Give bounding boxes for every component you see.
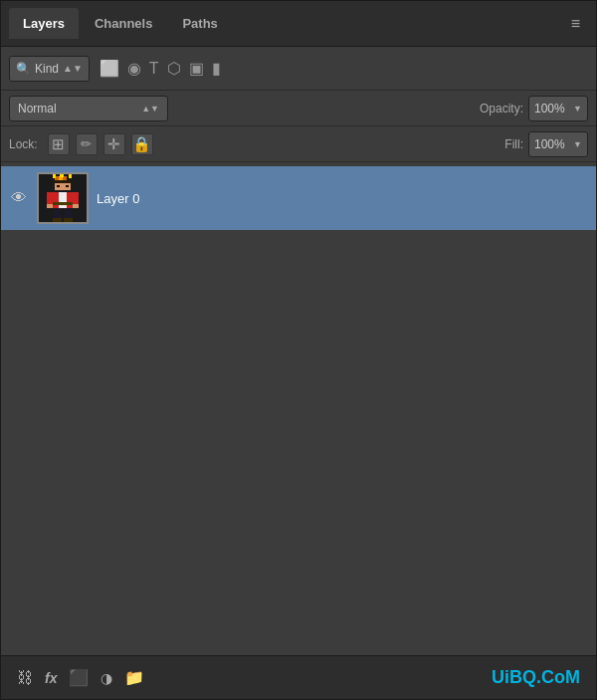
svg-rect-11 (47, 192, 53, 204)
filter-icons: ⬜ ◉ T ⬡ ▣ ▮ (100, 59, 221, 78)
svg-rect-12 (73, 192, 79, 204)
shape-filter-icon[interactable]: ⬡ (167, 59, 181, 78)
blend-mode-select[interactable]: Normal ▲▼ (9, 96, 168, 121)
svg-rect-14 (73, 204, 79, 208)
search-icon: 🔍 (16, 62, 31, 76)
lock-all-button[interactable]: 🔒 (131, 133, 153, 155)
layer-thumbnail (37, 172, 89, 224)
svg-rect-7 (66, 185, 69, 187)
fill-label: Fill: (504, 137, 523, 151)
panel-menu-button[interactable]: ≡ (563, 11, 588, 37)
fill-input[interactable]: 100% ▼ (528, 131, 588, 157)
opacity-label: Opacity: (480, 102, 523, 116)
kind-arrow-icon: ▲▼ (63, 63, 83, 74)
lock-row: Lock: ⊞ ✏ ✛ 🔒 Fill: 100% ▼ (1, 126, 596, 162)
svg-rect-6 (57, 185, 60, 187)
fill-value: 100% (534, 137, 565, 151)
svg-rect-17 (53, 218, 62, 222)
kind-select[interactable]: 🔍 Kind ▲▼ (9, 56, 90, 82)
link-icon[interactable]: ⛓ (11, 665, 39, 691)
layer-name: Layer 0 (97, 191, 139, 206)
svg-rect-20 (60, 172, 64, 177)
blend-row: Normal ▲▼ Opacity: 100% ▼ (1, 91, 596, 126)
new-group-icon[interactable]: ◑ (95, 666, 118, 690)
svg-rect-10 (53, 202, 73, 205)
svg-rect-13 (47, 204, 53, 208)
layers-panel: Layers Channels Paths ≡ 🔍 Kind ▲▼ ⬜ ◉ T … (0, 0, 597, 700)
layer-item[interactable]: 👁 (1, 166, 596, 230)
layers-list[interactable]: 👁 (1, 162, 596, 655)
opacity-arrow-icon: ▼ (573, 104, 582, 114)
blend-mode-arrow-icon: ▲▼ (141, 104, 159, 114)
lock-transparency-button[interactable]: ⊞ (48, 133, 70, 155)
text-filter-icon[interactable]: T (149, 60, 159, 78)
lock-position-button[interactable]: ✛ (103, 133, 125, 155)
new-adjustment-icon[interactable]: ⬛ (63, 664, 95, 691)
svg-rect-19 (53, 174, 56, 178)
watermark: UiBQ.CoM (486, 663, 586, 692)
lock-image-button[interactable]: ✏ (76, 133, 98, 155)
blend-mode-value: Normal (18, 102, 57, 116)
svg-rect-21 (69, 174, 72, 178)
svg-rect-18 (64, 218, 73, 222)
visibility-toggle[interactable]: 👁 (9, 189, 29, 207)
smartobj-filter-icon[interactable]: ▣ (189, 59, 204, 78)
tab-paths[interactable]: Paths (168, 8, 231, 39)
opacity-value: 100% (534, 102, 565, 116)
tab-layers[interactable]: Layers (9, 8, 79, 39)
tab-channels[interactable]: Channels (81, 8, 167, 39)
tab-bar: Layers Channels Paths ≡ (1, 1, 596, 47)
video-filter-icon[interactable]: ▮ (212, 59, 221, 78)
kind-label: Kind (35, 62, 59, 76)
svg-rect-9 (59, 192, 67, 208)
opacity-input[interactable]: 100% ▼ (528, 96, 588, 121)
opacity-group: Opacity: 100% ▼ (480, 96, 588, 121)
circle-filter-icon[interactable]: ◉ (127, 59, 141, 78)
filter-row: 🔍 Kind ▲▼ ⬜ ◉ T ⬡ ▣ ▮ (1, 47, 596, 91)
new-layer-icon[interactable]: 📁 (118, 664, 150, 691)
fill-arrow-icon: ▼ (573, 139, 582, 149)
svg-rect-5 (55, 180, 71, 183)
fill-group: Fill: 100% ▼ (504, 131, 588, 157)
fx-icon[interactable]: fx (39, 666, 63, 690)
lock-label: Lock: (9, 137, 38, 151)
bottom-toolbar: ⛓ fx ⬛ ◑ 📁 UiBQ.CoM (1, 655, 596, 699)
pixel-filter-icon[interactable]: ⬜ (100, 59, 119, 78)
